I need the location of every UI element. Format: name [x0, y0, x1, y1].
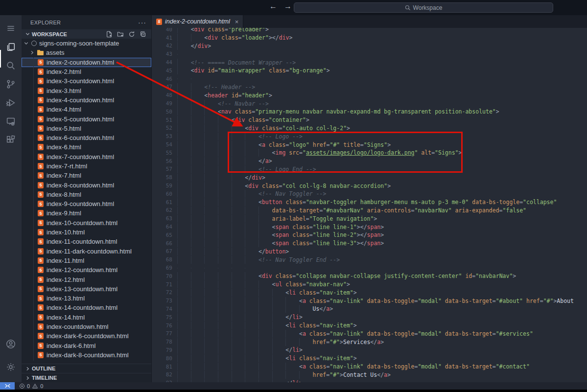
- file-row[interactable]: 5index-8.html: [22, 190, 151, 199]
- file-row[interactable]: 5index-dark-6.html: [22, 341, 151, 350]
- file-row[interactable]: 5index-5.html: [22, 124, 151, 133]
- code-line[interactable]: 53<!-- Logo -->: [152, 132, 587, 140]
- code-line[interactable]: 56</a>: [152, 157, 587, 165]
- outline-section-header[interactable]: OUTLINE: [22, 364, 151, 373]
- code-line[interactable]: 73<a class="nav-link" data-bs-toggle="mo…: [152, 297, 587, 305]
- command-center-search[interactable]: Workspace: [294, 2, 553, 13]
- file-row[interactable]: 5index-11.html: [22, 256, 151, 265]
- problems-indicator[interactable]: 0 0: [19, 383, 43, 389]
- file-row[interactable]: 5index-dark-8-countdown.html: [22, 350, 151, 360]
- code-line[interactable]: 46: [152, 75, 587, 83]
- collapse-all-icon[interactable]: [140, 31, 146, 38]
- new-file-icon[interactable]: [106, 31, 113, 38]
- file-row[interactable]: 5index-4-countdown.html: [22, 95, 151, 105]
- code-line[interactable]: 78href="#">Services</a>: [152, 338, 587, 346]
- code-line[interactable]: 49<!-- Navbar -->: [152, 99, 587, 108]
- new-folder-icon[interactable]: [117, 31, 124, 38]
- extensions-icon[interactable]: [0, 131, 22, 149]
- file-row[interactable]: 5index-dark-6-countdown.html: [22, 331, 151, 341]
- file-row[interactable]: 5index-13.html: [22, 294, 151, 303]
- explorer-icon[interactable]: [0, 38, 22, 56]
- file-row[interactable]: 5index-11-countdown.html: [22, 237, 151, 246]
- close-tab-icon[interactable]: ×: [235, 18, 239, 25]
- file-row[interactable]: 5index-3-countdown.html: [22, 76, 151, 86]
- code-line[interactable]: 82href="#">Contact Us</a>: [152, 370, 587, 379]
- remote-indicator-button[interactable]: [0, 382, 15, 390]
- file-row[interactable]: 5index-14.html: [22, 313, 151, 322]
- code-line[interactable]: 51<div class="container">: [152, 116, 587, 124]
- code-line[interactable]: 81<a class="nav-link" data-bs-toggle="mo…: [152, 363, 587, 371]
- code-line[interactable]: 69: [152, 264, 587, 272]
- code-line[interactable]: 42</div>: [152, 42, 587, 50]
- code-line[interactable]: 41<div class="loader"></div>: [152, 34, 587, 42]
- file-row[interactable]: 5index-12.html: [22, 275, 151, 284]
- file-row[interactable]: 5index-12-countdown.html: [22, 265, 151, 275]
- file-row[interactable]: 5index-7-countdown.html: [22, 152, 151, 161]
- code-line[interactable]: 63aria-label="Toggle navigation">: [152, 214, 587, 223]
- code-line[interactable]: 47<!-- Header -->: [152, 83, 587, 92]
- code-line[interactable]: 60<!-- Nav Toggler -->: [152, 190, 587, 198]
- code-line[interactable]: 55<img src="assets/images/logo/logo-dark…: [152, 149, 587, 157]
- code-line[interactable]: 77<a class="nav-link" data-bs-toggle="mo…: [152, 329, 587, 338]
- file-row[interactable]: 5index-8-countdown.html: [22, 180, 151, 189]
- code-line[interactable]: 70<div class="collapse navbar-collapse j…: [152, 272, 587, 280]
- code-line[interactable]: 44<!-- ===== Document Wrapper -->: [152, 58, 587, 67]
- remote-explorer-icon[interactable]: [0, 112, 22, 131]
- code-line[interactable]: 58</div>: [152, 173, 587, 182]
- code-line[interactable]: 48<header id="header">: [152, 91, 587, 99]
- file-row[interactable]: 5index-11-dark-countdown.html: [22, 247, 151, 256]
- tree-item-root-folder[interactable]: signs-coming-soon-template: [22, 39, 151, 48]
- file-row[interactable]: 5index-3.html: [22, 86, 151, 95]
- settings-gear-icon[interactable]: [0, 358, 22, 376]
- tree-item-assets-folder[interactable]: assets: [22, 48, 151, 57]
- file-row[interactable]: 5index-9-countdown.html: [22, 199, 151, 208]
- code-line[interactable]: 65<span class="line line-2"></span>: [152, 231, 587, 239]
- code-line[interactable]: 57<!-- Logo End -->: [152, 165, 587, 174]
- code-line[interactable]: 72<li class="nav-item">: [152, 289, 587, 297]
- code-line[interactable]: 40<div class="preloader">: [152, 28, 587, 34]
- file-row[interactable]: 5index-10-countdown.html: [22, 218, 151, 228]
- code-line[interactable]: 64<span class="line line-1"></span>: [152, 223, 587, 231]
- code-line[interactable]: 52<div class="col-auto col-lg-2">: [152, 124, 587, 133]
- code-line[interactable]: 74Us</a>: [152, 305, 587, 313]
- file-row[interactable]: 5index-7.html: [22, 171, 151, 180]
- file-row[interactable]: 5index-5-countdown.html: [22, 114, 151, 123]
- file-row[interactable]: 5index-countdown.html: [22, 322, 151, 331]
- file-row[interactable]: 5index-14-countdown.html: [22, 303, 151, 312]
- run-and-debug-icon[interactable]: [0, 93, 22, 112]
- code-line[interactable]: 59<div class="col col-lg-8 navbar-accord…: [152, 182, 587, 190]
- source-control-icon[interactable]: [0, 75, 22, 93]
- code-line[interactable]: 50<nav class="primary-menu navbar navbar…: [152, 108, 587, 116]
- file-row[interactable]: 5index-6-countdown.html: [22, 133, 151, 142]
- code-line[interactable]: 80<li class="nav-item">: [152, 354, 587, 363]
- code-line[interactable]: 83</li>: [152, 379, 587, 382]
- code-line[interactable]: 71<ul class="navbar-nav">: [152, 280, 587, 289]
- code-line[interactable]: 68<!-- Nav Toggler End -->: [152, 255, 587, 264]
- history-back-button[interactable]: ←: [268, 2, 278, 11]
- code-line[interactable]: 67</button>: [152, 248, 587, 256]
- file-row[interactable]: 5index-2.html: [22, 67, 151, 76]
- account-icon[interactable]: [0, 335, 22, 353]
- file-row[interactable]: 5index-13-countdown.html: [22, 284, 151, 294]
- file-row[interactable]: 5index-6.html: [22, 142, 151, 152]
- file-row[interactable]: 5index-7-rt.html: [22, 161, 151, 171]
- history-forward-button[interactable]: →: [283, 2, 293, 11]
- file-row[interactable]: 5index-4.html: [22, 105, 151, 114]
- code-line[interactable]: 45<div id="main-wrapper" class="bg-orang…: [152, 67, 587, 75]
- code-line[interactable]: 79</li>: [152, 346, 587, 354]
- tab-index-2-countdown[interactable]: 5 index-2-countdown.html ×: [152, 15, 243, 28]
- refresh-icon[interactable]: [128, 31, 135, 38]
- file-row[interactable]: 5index-2-countdown.html: [22, 58, 151, 67]
- menu-icon[interactable]: [0, 19, 22, 38]
- timeline-section-header[interactable]: TIMELINE: [22, 373, 151, 382]
- code-line[interactable]: 61<button class="navbar-toggler hamburge…: [152, 198, 587, 207]
- code-line[interactable]: 43: [152, 50, 587, 58]
- code-line[interactable]: 62data-bs-target="#navbarNav" aria-contr…: [152, 207, 587, 215]
- code-editor[interactable]: 40<div class="preloader">41<div class="l…: [152, 28, 587, 382]
- code-line[interactable]: 76<li class="nav-item">: [152, 322, 587, 330]
- explorer-more-actions-icon[interactable]: ···: [138, 19, 146, 26]
- file-row[interactable]: 5index-9.html: [22, 208, 151, 218]
- code-line[interactable]: 54<a class="logo" href="#" title="Signs"…: [152, 140, 587, 149]
- workspace-section-header[interactable]: WORKSPACE: [22, 29, 151, 39]
- search-view-icon[interactable]: [0, 56, 22, 75]
